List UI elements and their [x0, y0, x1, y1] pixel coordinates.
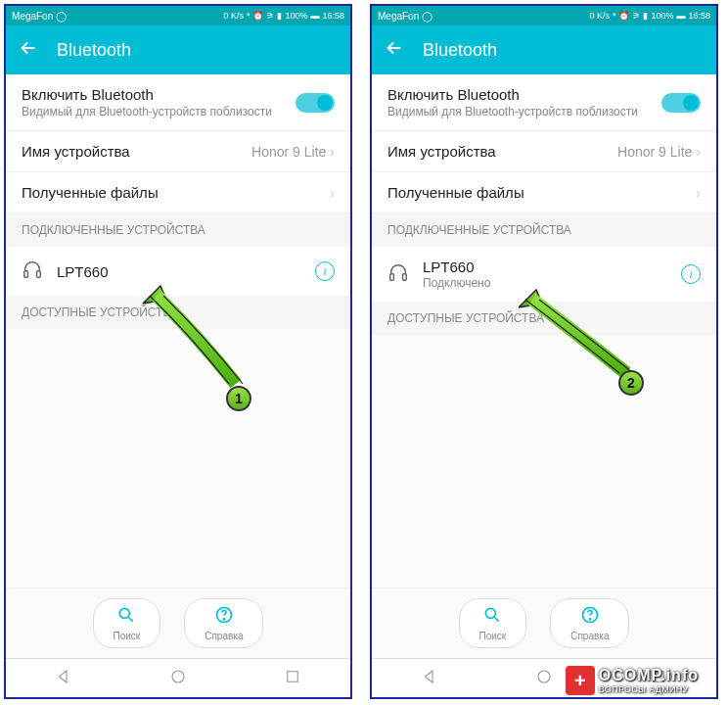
bottom-action-bar: Поиск Справка — [6, 588, 350, 658]
received-files-row[interactable]: Полученные файлы › — [6, 172, 350, 213]
help-icon — [214, 605, 234, 629]
annotation-badge-2: 2 — [618, 370, 644, 396]
nav-bar — [6, 658, 350, 697]
speed-indicator: 0 K/s — [589, 11, 610, 21]
carrier-label: MegaFon — [12, 11, 53, 22]
svg-point-4 — [223, 619, 224, 620]
svg-rect-6 — [288, 671, 298, 682]
bluetooth-icon: * — [613, 11, 616, 21]
carrier-label: MegaFon — [378, 11, 419, 22]
paired-device-status: Подключено — [423, 276, 667, 290]
search-button[interactable]: Поиск — [93, 598, 161, 648]
svg-rect-0 — [24, 271, 28, 277]
headphones-icon — [22, 258, 43, 284]
help-icon — [580, 605, 600, 629]
enable-bluetooth-row[interactable]: Включить Bluetooth Видимый для Bluetooth… — [372, 74, 716, 131]
device-name-title: Имя устройства — [387, 143, 496, 160]
received-title: Полученные файлы — [387, 184, 524, 201]
headphones-icon — [387, 261, 409, 287]
speed-indicator: 0 K/s — [223, 11, 244, 21]
info-icon[interactable]: i — [681, 264, 701, 284]
paired-device-name: LPT660 — [423, 258, 667, 275]
sync-icon: ◯ — [56, 11, 67, 22]
device-name-value: Honor 9 Lite — [617, 144, 692, 160]
page-title: Bluetooth — [423, 40, 497, 61]
clock: 16:58 — [688, 11, 710, 21]
enable-sub: Видимый для Bluetooth-устройств поблизос… — [22, 105, 272, 118]
device-name-row[interactable]: Имя устройства Honor 9 Lite › — [6, 131, 350, 172]
connected-section-header: ПОДКЛЮЧЕННЫЕ УСТРОЙСТВА — [372, 213, 716, 247]
sync-icon: ◯ — [422, 11, 432, 22]
wifi-icon: ⚞ — [266, 11, 274, 21]
chevron-right-icon: › — [330, 144, 335, 160]
device-name-title: Имя устройства — [22, 143, 130, 160]
svg-point-12 — [538, 671, 550, 682]
info-icon[interactable]: i — [315, 261, 335, 281]
signal-icon: ▮ — [277, 11, 282, 21]
paired-device-row[interactable]: LPT660 i — [6, 247, 350, 296]
battery-icon: ▬ — [676, 11, 685, 21]
battery-icon: ▬ — [310, 11, 319, 21]
watermark-sub: ВОПРОСЫ АДМИНУ — [599, 684, 699, 694]
help-button[interactable]: Справка — [550, 598, 629, 648]
search-icon — [116, 605, 136, 629]
battery-pct: 100% — [285, 11, 307, 21]
wifi-icon: ⚞ — [632, 11, 640, 21]
received-files-row[interactable]: Полученные файлы › — [372, 172, 716, 213]
search-label: Поиск — [114, 631, 141, 641]
bluetooth-toggle[interactable] — [296, 93, 335, 113]
enable-title: Включить Bluetooth — [22, 86, 272, 103]
search-icon — [482, 605, 502, 629]
available-section-header: ДОСТУПНЫЕ УСТРОЙСТВ — [6, 296, 350, 329]
nav-home-icon[interactable] — [169, 668, 187, 689]
received-title: Полученные файлы — [22, 184, 159, 201]
nav-back-icon[interactable] — [421, 668, 438, 689]
help-label: Справка — [205, 631, 243, 641]
paired-device-name: LPT660 — [57, 263, 301, 280]
bottom-action-bar: Поиск Справка — [372, 588, 716, 658]
chevron-right-icon: › — [696, 144, 701, 160]
back-arrow-icon[interactable] — [18, 37, 39, 63]
clock: 16:58 — [322, 11, 344, 21]
enable-title: Включить Bluetooth — [387, 86, 638, 103]
signal-icon: ▮ — [643, 11, 648, 21]
search-label: Поиск — [479, 631, 507, 641]
svg-rect-1 — [37, 271, 41, 277]
svg-point-11 — [589, 619, 590, 620]
svg-rect-7 — [390, 274, 394, 280]
chevron-right-icon: › — [330, 185, 335, 201]
svg-point-5 — [172, 671, 184, 682]
svg-point-9 — [486, 608, 496, 618]
watermark-main: OCOMP.info — [599, 667, 699, 684]
app-header: Bluetooth — [6, 25, 350, 74]
bluetooth-toggle[interactable] — [661, 93, 701, 113]
phone-left: MegaFon ◯ 0 K/s * ⏰ ⚞ ▮ 100% ▬ 16:58 Blu… — [4, 4, 352, 699]
svg-point-2 — [120, 608, 130, 618]
alarm-icon: ⏰ — [618, 11, 629, 21]
bluetooth-icon: * — [247, 11, 250, 21]
nav-recent-icon[interactable] — [284, 668, 301, 689]
alarm-icon: ⏰ — [252, 11, 263, 21]
annotation-badge-1: 1 — [226, 386, 251, 411]
connected-section-header: ПОДКЛЮЧЕННЫЕ УСТРОЙСТВА — [6, 213, 350, 247]
device-name-row[interactable]: Имя устройства Honor 9 Lite › — [372, 131, 716, 172]
svg-rect-8 — [403, 274, 407, 280]
paired-device-row[interactable]: LPT660 Подключено i — [372, 247, 716, 302]
status-bar: MegaFon ◯ 0 K/s * ⏰ ⚞ ▮ 100% ▬ 16:58 — [372, 6, 716, 25]
search-button[interactable]: Поиск — [459, 598, 527, 648]
device-name-value: Honor 9 Lite — [251, 144, 326, 160]
app-header: Bluetooth — [372, 25, 716, 74]
phone-right: MegaFon ◯ 0 K/s * ⏰ ⚞ ▮ 100% ▬ 16:58 Blu… — [370, 4, 718, 699]
status-bar: MegaFon ◯ 0 K/s * ⏰ ⚞ ▮ 100% ▬ 16:58 — [6, 6, 350, 25]
back-arrow-icon[interactable] — [384, 37, 405, 63]
page-title: Bluetooth — [57, 40, 131, 61]
enable-sub: Видимый для Bluetooth-устройств поблизос… — [387, 105, 638, 118]
available-section-header: ДОСТУПНЫЕ УСТРОЙСТВА — [372, 302, 716, 335]
help-label: Справка — [570, 631, 609, 641]
plus-icon: + — [566, 666, 595, 695]
watermark: + OCOMP.info ВОПРОСЫ АДМИНУ — [566, 666, 699, 695]
nav-home-icon[interactable] — [535, 668, 553, 689]
nav-back-icon[interactable] — [55, 668, 72, 689]
enable-bluetooth-row[interactable]: Включить Bluetooth Видимый для Bluetooth… — [6, 74, 350, 131]
help-button[interactable]: Справка — [184, 598, 263, 648]
